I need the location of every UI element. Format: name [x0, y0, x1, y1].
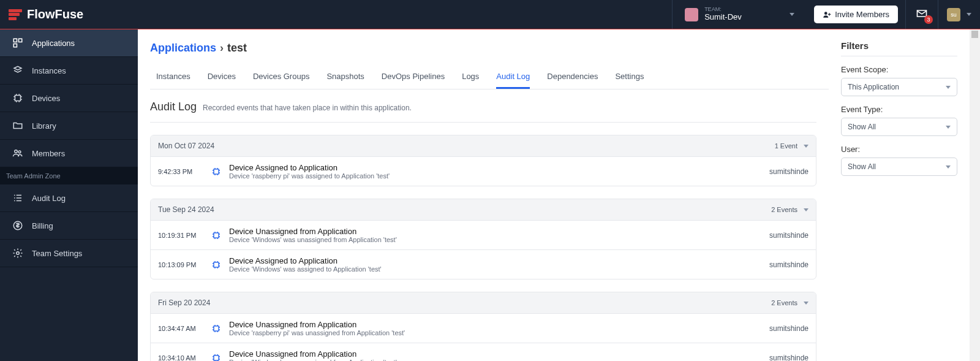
- tab-instances[interactable]: Instances: [156, 66, 190, 89]
- user-avatar: su: [947, 8, 960, 21]
- svg-point-6: [18, 151, 21, 153]
- sidebar: Applications Instances Devices Library M…: [0, 29, 138, 361]
- event-user: sumitshinde: [769, 231, 809, 240]
- folder-icon: [12, 120, 23, 131]
- filters-title: Filters: [841, 40, 957, 56]
- invite-members-button[interactable]: Invite Members: [814, 6, 898, 23]
- filter-scope-select[interactable]: This Application: [841, 78, 957, 96]
- filter-user-label: User:: [841, 145, 957, 154]
- team-selector[interactable]: TEAM: Sumit-Dev: [672, 0, 807, 29]
- breadcrumb: Applications › test: [150, 42, 829, 55]
- filter-type-select[interactable]: Show All: [841, 118, 957, 136]
- svg-rect-13: [214, 355, 219, 360]
- sidebar-item-audit-log[interactable]: Audit Log: [0, 184, 138, 212]
- chip-icon: [207, 260, 225, 270]
- list-icon: [12, 192, 23, 203]
- event-row: 10:19:31 PMDevice Unassigned from Applic…: [151, 221, 816, 250]
- sidebar-item-label: Members: [32, 149, 65, 158]
- chevron-down-icon: [804, 208, 809, 211]
- event-desc: Device 'raspberry pi' was unassigned fro…: [229, 329, 769, 336]
- chevron-right-icon: ›: [220, 42, 224, 55]
- breadcrumb-root[interactable]: Applications: [150, 42, 216, 55]
- devices-icon: [12, 93, 23, 104]
- sidebar-item-members[interactable]: Members: [0, 140, 138, 167]
- event-user: sumitshinde: [769, 354, 809, 362]
- event-desc: Device 'Windows' was unassigned from App…: [229, 236, 769, 243]
- brand-name: FlowFuse: [27, 7, 83, 21]
- notification-badge: 3: [924, 15, 933, 24]
- filter-user-select[interactable]: Show All: [841, 158, 957, 176]
- tab-logs[interactable]: Logs: [462, 66, 479, 89]
- tab-dependencies[interactable]: Dependencies: [547, 66, 598, 89]
- chevron-down-icon: [967, 13, 971, 16]
- breadcrumb-current: test: [227, 42, 247, 55]
- event-desc: Device 'Windows' was assigned to Applica…: [229, 265, 769, 273]
- instances-icon: [12, 65, 23, 76]
- tabs: InstancesDevicesDevices GroupsSnapshotsD…: [150, 66, 829, 89]
- team-name: Sumit-Dev: [704, 13, 742, 21]
- sidebar-item-label: Applications: [32, 39, 75, 48]
- admin-zone-label: Team Admin Zone: [0, 167, 138, 184]
- dollar-icon: [12, 220, 23, 231]
- filter-type-value: Show All: [848, 123, 876, 131]
- event-row: 9:42:33 PMDevice Assigned to Application…: [151, 157, 816, 186]
- team-avatar: [685, 8, 698, 21]
- scrollbar[interactable]: [970, 29, 980, 361]
- event-row: 10:34:10 AMDevice Unassigned from Applic…: [151, 343, 816, 361]
- tab-settings[interactable]: Settings: [615, 66, 644, 89]
- chip-icon: [207, 230, 225, 240]
- event-desc: Device 'raspberry pi' was assigned to Ap…: [229, 172, 769, 180]
- chevron-down-icon: [804, 145, 809, 148]
- section-title: Audit Log: [150, 101, 197, 113]
- event-user: sumitshinde: [769, 167, 809, 176]
- filter-type-label: Event Type:: [841, 105, 957, 114]
- day-header[interactable]: Mon Oct 07 20241 Event: [151, 135, 816, 157]
- tab-audit-log[interactable]: Audit Log: [496, 66, 530, 89]
- event-time: 10:13:09 PM: [158, 261, 207, 268]
- tab-devops-pipelines[interactable]: DevOps Pipelines: [382, 66, 445, 89]
- event-title: Device Unassigned from Application: [229, 227, 769, 236]
- sidebar-item-instances[interactable]: Instances: [0, 57, 138, 85]
- svg-rect-12: [214, 326, 219, 331]
- logo-icon: [9, 9, 22, 20]
- day-header[interactable]: Fri Sep 20 20242 Events: [151, 292, 816, 314]
- event-title: Device Assigned to Application: [229, 163, 769, 172]
- sidebar-item-label: Audit Log: [32, 194, 66, 203]
- chip-icon: [207, 324, 225, 333]
- svg-rect-11: [214, 262, 219, 267]
- svg-rect-1: [13, 39, 17, 42]
- tab-snapshots[interactable]: Snapshots: [326, 66, 364, 89]
- sidebar-item-devices[interactable]: Devices: [0, 85, 138, 112]
- content: Applications › test InstancesDevicesDevi…: [138, 29, 829, 361]
- event-user: sumitshinde: [769, 324, 809, 333]
- day-count: 1 Event: [775, 142, 797, 150]
- sidebar-item-applications[interactable]: Applications: [0, 29, 138, 57]
- user-menu[interactable]: su: [938, 0, 980, 29]
- svg-rect-2: [19, 39, 22, 42]
- chevron-down-icon: [790, 13, 794, 16]
- topbar: FlowFuse TEAM: Sumit-Dev Invite Members …: [0, 0, 980, 29]
- tab-devices[interactable]: Devices: [208, 66, 236, 89]
- sidebar-item-library[interactable]: Library: [0, 112, 138, 140]
- sidebar-item-team-settings[interactable]: Team Settings: [0, 240, 138, 267]
- event-time: 9:42:33 PM: [158, 168, 207, 175]
- chip-icon: [207, 353, 225, 362]
- day-group: Fri Sep 20 20242 Events10:34:47 AMDevice…: [150, 292, 816, 361]
- notifications-button[interactable]: 3: [905, 0, 938, 29]
- day-date: Fri Sep 20 2024: [158, 298, 771, 307]
- section-desc: Recorded events that have taken place in…: [203, 104, 412, 112]
- tab-devices-groups[interactable]: Devices Groups: [253, 66, 309, 89]
- gear-icon: [12, 248, 23, 259]
- day-header[interactable]: Tue Sep 24 20242 Events: [151, 199, 816, 221]
- day-group: Tue Sep 24 20242 Events10:19:31 PMDevice…: [150, 199, 816, 279]
- sidebar-item-billing[interactable]: Billing: [0, 212, 138, 240]
- day-count: 2 Events: [771, 206, 797, 213]
- sidebar-item-label: Instances: [32, 66, 66, 75]
- day-group: Mon Oct 07 20241 Event9:42:33 PMDevice A…: [150, 135, 816, 186]
- user-plus-icon: [823, 10, 831, 19]
- members-icon: [12, 148, 23, 159]
- day-date: Mon Oct 07 2024: [158, 142, 775, 150]
- logo[interactable]: FlowFuse: [0, 7, 92, 21]
- event-user: sumitshinde: [769, 260, 809, 269]
- svg-rect-4: [15, 96, 21, 101]
